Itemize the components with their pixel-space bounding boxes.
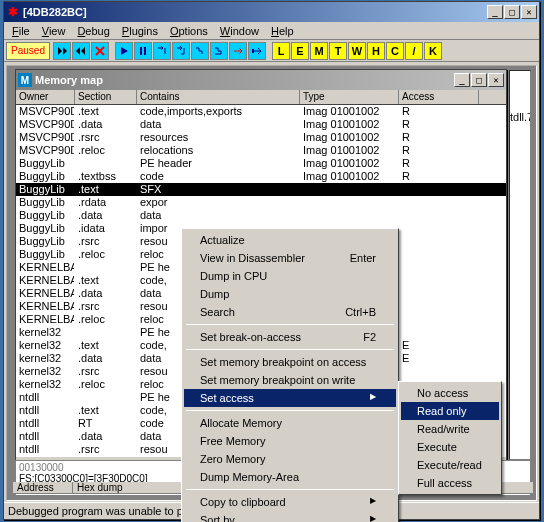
menu-item[interactable]: Sort by: [184, 511, 396, 522]
memory-row[interactable]: MSVCP90D.rsrcresourcesImag 01001002R: [16, 131, 506, 144]
memory-row[interactable]: BuggyLibPE headerImag 01001002R: [16, 157, 506, 170]
app-icon: ✱: [6, 5, 20, 19]
menu-separator: [186, 324, 394, 325]
svg-rect-2: [252, 49, 254, 53]
svg-rect-0: [140, 47, 142, 55]
menu-item[interactable]: Free Memory: [184, 432, 396, 450]
menu-separator: [186, 489, 394, 490]
menu-options[interactable]: Options: [164, 24, 214, 38]
memory-row[interactable]: BuggyLib.textSFX: [16, 183, 506, 196]
status-paused: Paused: [6, 42, 50, 60]
memory-title: Memory map: [35, 74, 103, 86]
window-title: [4DB282BC]: [23, 6, 87, 18]
tb-stepover[interactable]: [172, 42, 190, 60]
main-titlebar[interactable]: ✱ [4DB282BC] _ □ ✕: [4, 2, 539, 22]
right-panel: tdll.777: [509, 70, 531, 460]
col-contains[interactable]: Contains: [137, 90, 300, 104]
menu-item[interactable]: View in DisassemblerEnter: [184, 249, 396, 267]
col-section[interactable]: Section: [75, 90, 137, 104]
menu-item[interactable]: Zero Memory: [184, 450, 396, 468]
mem-close[interactable]: ✕: [488, 73, 504, 87]
menu-item[interactable]: Set access: [184, 389, 396, 407]
menu-item[interactable]: Dump: [184, 285, 396, 303]
col-access[interactable]: Access: [399, 90, 479, 104]
tb-close[interactable]: [91, 42, 109, 60]
memory-titlebar[interactable]: M Memory map _ □ ✕: [16, 70, 506, 90]
memory-row[interactable]: BuggyLib.datadata: [16, 209, 506, 222]
tb-W[interactable]: W: [348, 42, 366, 60]
menu-item[interactable]: Read/write: [401, 420, 499, 438]
memory-row[interactable]: BuggyLib.rdataexpor: [16, 196, 506, 209]
menu-item[interactable]: Dump Memory-Area: [184, 468, 396, 486]
menu-item[interactable]: Read only: [401, 402, 499, 420]
col-type[interactable]: Type: [300, 90, 399, 104]
memory-row[interactable]: MSVCP90D.relocrelocationsImag 01001002R: [16, 144, 506, 157]
col-owner[interactable]: Owner: [16, 90, 75, 104]
maximize-button[interactable]: □: [504, 5, 520, 19]
mem-minimize[interactable]: _: [454, 73, 470, 87]
menu-item[interactable]: Set memory breakpoint on write: [184, 371, 396, 389]
menu-item[interactable]: Full access: [401, 474, 499, 492]
toolbar: Paused L E M T W H C / K: [4, 40, 539, 62]
menu-item[interactable]: Copy to clipboard: [184, 493, 396, 511]
menu-item[interactable]: Actualize: [184, 231, 396, 249]
memory-row[interactable]: BuggyLib.textbsscodeImag 01001002R: [16, 170, 506, 183]
menu-item[interactable]: Execute/read: [401, 456, 499, 474]
menu-plugins[interactable]: Plugins: [116, 24, 164, 38]
menu-item[interactable]: Dump in CPU: [184, 267, 396, 285]
minimize-button[interactable]: _: [487, 5, 503, 19]
svg-rect-1: [144, 47, 146, 55]
menu-separator: [186, 410, 394, 411]
menu-item[interactable]: Allocate Memory: [184, 414, 396, 432]
tb-traceover[interactable]: [210, 42, 228, 60]
tb-slash[interactable]: /: [405, 42, 423, 60]
menu-item[interactable]: SearchCtrl+B: [184, 303, 396, 321]
tb-run[interactable]: [115, 42, 133, 60]
tb-M[interactable]: M: [310, 42, 328, 60]
tb-tillret[interactable]: [229, 42, 247, 60]
bot-col-address[interactable]: Address: [13, 482, 73, 493]
menu-bar: File View Debug Plugins Options Window H…: [4, 22, 539, 40]
tb-L[interactable]: L: [272, 42, 290, 60]
menu-file[interactable]: File: [6, 24, 36, 38]
context-menu-main[interactable]: ActualizeView in DisassemblerEnterDump i…: [181, 228, 399, 522]
tb-rewind[interactable]: [72, 42, 90, 60]
menu-view[interactable]: View: [36, 24, 72, 38]
close-button[interactable]: ✕: [521, 5, 537, 19]
tb-traceinto[interactable]: [191, 42, 209, 60]
menu-window[interactable]: Window: [214, 24, 265, 38]
tb-pause[interactable]: [134, 42, 152, 60]
memory-header: Owner Section Contains Type Access: [16, 90, 506, 105]
tb-E[interactable]: E: [291, 42, 309, 60]
tb-restart[interactable]: [53, 42, 71, 60]
memory-row[interactable]: MSVCP90D.textcode,imports,exportsImag 01…: [16, 105, 506, 118]
menu-item[interactable]: Set break-on-accessF2: [184, 328, 396, 346]
tb-C[interactable]: C: [386, 42, 404, 60]
menu-item[interactable]: Execute: [401, 438, 499, 456]
menu-item[interactable]: No access: [401, 384, 499, 402]
tb-tilluser[interactable]: [248, 42, 266, 60]
menu-help[interactable]: Help: [265, 24, 300, 38]
tb-T[interactable]: T: [329, 42, 347, 60]
tb-K[interactable]: K: [424, 42, 442, 60]
right-text: tdll.777: [510, 111, 530, 123]
menu-separator: [186, 349, 394, 350]
memory-icon: M: [18, 73, 32, 87]
menu-item[interactable]: Set memory breakpoint on access: [184, 353, 396, 371]
memory-row[interactable]: MSVCP90D.datadataImag 01001002R: [16, 118, 506, 131]
context-menu-access[interactable]: No accessRead onlyRead/writeExecuteExecu…: [398, 381, 502, 495]
tb-H[interactable]: H: [367, 42, 385, 60]
tb-stepinto[interactable]: [153, 42, 171, 60]
mem-maximize[interactable]: □: [471, 73, 487, 87]
menu-debug[interactable]: Debug: [71, 24, 115, 38]
